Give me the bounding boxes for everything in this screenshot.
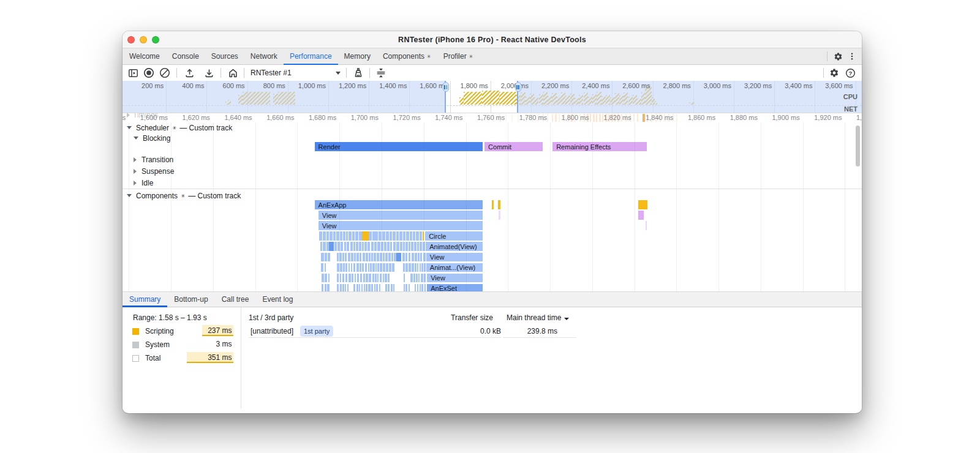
flame-sliver[interactable] <box>368 284 370 291</box>
flame-sliver[interactable] <box>342 253 344 262</box>
flame-sliver[interactable] <box>409 253 411 262</box>
flame-sliver[interactable] <box>352 231 355 241</box>
flame-sliver[interactable] <box>356 263 359 272</box>
flame-sliver[interactable] <box>359 242 361 251</box>
flame-sliver[interactable] <box>421 274 423 283</box>
flame-sliver[interactable] <box>353 242 355 251</box>
flame-sliver[interactable] <box>366 274 368 283</box>
flame-bar-animatedview[interactable]: Animated(View) <box>426 242 483 251</box>
flame-sliver[interactable] <box>417 242 420 251</box>
flame-sliver[interactable] <box>337 253 339 262</box>
flame-sliver[interactable] <box>383 253 385 262</box>
flame-sliver[interactable] <box>345 274 348 283</box>
flame-sliver[interactable] <box>341 242 344 251</box>
flame-sliver[interactable] <box>374 284 375 291</box>
flame-sliver[interactable] <box>340 231 342 241</box>
flame-sliver[interactable] <box>347 284 349 291</box>
flame-sliver[interactable] <box>326 231 329 241</box>
flame-sliver[interactable] <box>638 211 643 220</box>
detail-tab-event-log[interactable]: Event log <box>255 292 300 307</box>
flame-sliver[interactable] <box>348 253 350 262</box>
tab-welcome[interactable]: Welcome <box>123 48 166 64</box>
flame-sliver[interactable] <box>377 263 379 272</box>
flame-sliver[interactable] <box>343 263 345 272</box>
flame-sliver[interactable] <box>353 263 356 272</box>
flame-sliver[interactable] <box>413 231 415 241</box>
flame-sliver[interactable] <box>404 274 405 283</box>
record-button[interactable] <box>141 66 157 80</box>
flame-sliver[interactable] <box>399 231 402 241</box>
flame-sliver[interactable] <box>388 253 391 262</box>
track-row-blocking[interactable]: Blocking <box>134 133 170 143</box>
flame-sliver[interactable] <box>390 231 392 241</box>
flame-sliver[interactable] <box>342 284 344 291</box>
flame-sliver[interactable] <box>327 284 329 291</box>
col-mainthread-header[interactable]: Main thread time <box>507 313 569 322</box>
flame-sliver[interactable] <box>413 274 416 283</box>
flame-sliver[interactable] <box>336 231 339 241</box>
flame-sliver[interactable] <box>371 242 374 251</box>
flame-sliver[interactable] <box>355 231 358 241</box>
flame-sliver[interactable] <box>406 231 409 241</box>
flame-sliver[interactable] <box>372 231 375 241</box>
flame-sliver[interactable] <box>418 274 420 283</box>
flame-sliver[interactable] <box>334 242 337 251</box>
flame-sliver[interactable] <box>347 242 349 251</box>
flame-sliver[interactable] <box>366 253 368 262</box>
clear-button[interactable] <box>157 66 173 80</box>
minimize-button[interactable] <box>140 36 147 43</box>
flame-sliver[interactable] <box>364 242 367 251</box>
flame-sliver[interactable] <box>325 274 327 283</box>
flame-sliver[interactable] <box>385 253 387 262</box>
flame-sliver[interactable] <box>352 274 354 283</box>
flame-sliver[interactable] <box>321 253 323 262</box>
flame-sliver[interactable] <box>337 284 339 291</box>
flame-sliver[interactable] <box>362 231 368 241</box>
flame-sliver[interactable] <box>344 242 347 251</box>
flame-sliver[interactable] <box>325 263 326 272</box>
load-profile-button[interactable] <box>181 66 197 80</box>
flame-sliver[interactable] <box>420 231 422 241</box>
flame-sliver[interactable] <box>345 253 347 262</box>
flame-sliver[interactable] <box>396 231 399 241</box>
flame-sliver[interactable] <box>363 253 365 262</box>
flame-sliver[interactable] <box>499 211 500 220</box>
flame-bar-view[interactable]: View <box>426 253 483 262</box>
flame-bar-view[interactable]: View <box>318 211 483 220</box>
collapse-flame-button[interactable] <box>373 66 389 80</box>
track-row-transition[interactable]: Transition <box>134 154 173 165</box>
flame-sliver[interactable] <box>349 274 350 283</box>
flame-sliver[interactable] <box>382 231 385 241</box>
flame-sliver[interactable] <box>376 284 378 291</box>
flame-sliver[interactable] <box>360 274 362 283</box>
flame-sliver[interactable] <box>410 231 412 241</box>
flame-sliver[interactable] <box>345 263 347 272</box>
flame-sliver[interactable] <box>393 231 396 241</box>
event-bar-remaining-effects[interactable]: Remaining Effects <box>552 142 647 151</box>
flame-sliver[interactable] <box>323 242 325 251</box>
flame-sliver[interactable] <box>405 242 407 251</box>
flame-sliver[interactable] <box>363 274 365 283</box>
flame-sliver[interactable] <box>330 231 333 241</box>
live-metrics-button[interactable] <box>225 66 241 80</box>
flame-sliver[interactable] <box>356 284 358 291</box>
flame-sliver[interactable] <box>385 274 387 283</box>
flame-sliver[interactable] <box>384 242 386 251</box>
flame-sliver[interactable] <box>420 242 422 251</box>
flame-sliver[interactable] <box>346 231 349 241</box>
save-profile-button[interactable] <box>201 66 217 80</box>
flame-sliver[interactable] <box>369 253 371 262</box>
tab-performance[interactable]: Performance <box>284 48 338 64</box>
flame-sliver[interactable] <box>322 274 324 283</box>
flame-bar-anexset[interactable]: AnExSet <box>427 284 483 291</box>
settings-button[interactable] <box>830 49 846 64</box>
flame-sliver[interactable] <box>404 284 405 291</box>
flame-sliver[interactable] <box>638 200 647 209</box>
flame-sliver[interactable] <box>372 263 374 272</box>
flame-sliver[interactable] <box>369 274 371 283</box>
flame-sliver[interactable] <box>379 284 380 291</box>
flame-sliver[interactable] <box>492 200 494 209</box>
flame-bar-view[interactable]: View <box>318 221 483 230</box>
flame-sliver[interactable] <box>359 231 362 241</box>
flame-sliver[interactable] <box>409 263 410 272</box>
